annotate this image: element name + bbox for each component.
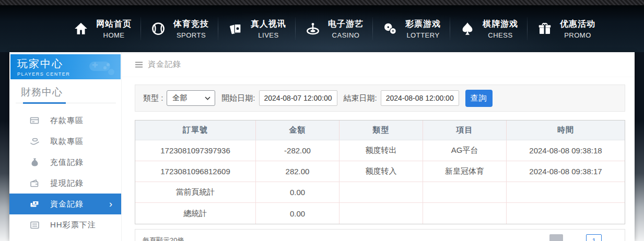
cell-order-no: 1723081097397936 xyxy=(135,140,256,161)
nav-label-zh: 网站首页 xyxy=(96,19,132,30)
cell-order-no: 1723081096812609 xyxy=(135,161,256,182)
cell-type: 额度转入 xyxy=(339,161,423,182)
nav-label-en: LIVES xyxy=(258,31,278,39)
sidebar-item-deposit[interactable]: 存款專區 xyxy=(9,110,121,131)
cell-amount: 282.00 xyxy=(256,161,339,182)
start-date-input[interactable] xyxy=(259,90,337,106)
nav-label-en: CHESS xyxy=(488,31,512,39)
sidebar-item-label: 取款專區 xyxy=(50,137,84,147)
page-size-text: 每頁顯示20條 xyxy=(143,236,184,241)
roulette-icon xyxy=(305,20,321,37)
table-row: 1723081096812609 282.00 额度转入 新皇冠体育 2024-… xyxy=(135,161,625,182)
nav-item-casino[interactable]: 电子游艺 CASINO xyxy=(296,15,372,42)
pagination-bar: 每頁顯示20條 1 xyxy=(135,229,625,241)
sidebar-item-label: HH彩票下注 xyxy=(50,220,96,230)
cell-amount: -282.00 xyxy=(256,140,339,161)
col-header-item: 項目 xyxy=(423,121,507,140)
end-date-input[interactable] xyxy=(381,90,459,106)
sidebar-item-label: 充值記錄 xyxy=(50,158,84,167)
deposit-icon xyxy=(29,115,40,126)
nav-label-en: PROMO xyxy=(564,31,591,39)
table-header-row: 訂單號 金額 類型 項目 時間 xyxy=(135,121,625,140)
col-header-amount: 金額 xyxy=(256,121,339,140)
cell-item: AG平台 xyxy=(423,140,507,161)
nav-label-en: SPORTS xyxy=(177,31,206,39)
breadcrumb: 資金記錄 xyxy=(122,52,635,77)
sidebar-item-hh-lottery-bets[interactable]: HH彩票下注 xyxy=(9,214,121,235)
lottery-balls-icon xyxy=(382,20,399,37)
sidebar-item-cashout[interactable]: 提現記錄 xyxy=(9,173,121,194)
type-select[interactable]: 全部 xyxy=(167,90,215,106)
sidebar-menu: 存款專區 取款專區 充值記錄 xyxy=(9,110,121,241)
sidebar: 玩家中心 PLAYERS CENTER 財務中心 xyxy=(9,52,122,241)
type-label: 類型 : xyxy=(143,93,163,103)
search-button[interactable]: 查詢 xyxy=(465,90,493,107)
nav-label-zh: 彩票游戏 xyxy=(405,19,441,30)
withdraw-icon xyxy=(29,136,40,147)
table-row-grand-total: 總統計 0.00 xyxy=(135,203,625,224)
sidebar-item-label: 存款專區 xyxy=(50,116,84,126)
funds-table: 訂單號 金額 類型 項目 時間 1723081097397936 -282.00… xyxy=(135,120,625,224)
chevron-down-icon xyxy=(205,97,210,100)
col-header-order-no: 訂單號 xyxy=(135,121,256,140)
nav-label-zh: 真人视讯 xyxy=(251,19,286,30)
lottery-bet-icon xyxy=(29,220,40,230)
sidebar-item-label: 提現記錄 xyxy=(50,178,84,188)
sidebar-item-withdraw[interactable]: 取款專區 xyxy=(9,131,121,152)
nav-label-zh: 优惠活动 xyxy=(560,19,595,30)
sidebar-item-funds[interactable]: 資金記錄 › xyxy=(9,194,121,214)
nav-item-sports[interactable]: 体育竞技 SPORTS xyxy=(141,15,218,42)
sidebar-item-royal-bet-records[interactable]: 皇家投註記錄 xyxy=(9,235,121,241)
nav-item-lives[interactable]: 真人视讯 LIVES xyxy=(218,15,295,42)
nav-label-en: CASINO xyxy=(332,31,360,39)
main-nav: 网站首页 HOME 体育竞技 SPORTS xyxy=(0,5,644,52)
cell-amount: 0.00 xyxy=(256,182,339,202)
sidebar-item-recharge[interactable]: 充值記錄 xyxy=(9,152,121,173)
table-row-page-total: 當前頁統計 0.00 xyxy=(135,182,625,203)
sidebar-item-label: 資金記錄 xyxy=(50,199,84,209)
top-texture-strip xyxy=(0,0,644,5)
nav-item-home[interactable]: 网站首页 HOME xyxy=(64,15,140,42)
cashout-icon xyxy=(29,178,40,188)
nav-item-promo[interactable]: 优惠活动 PROMO xyxy=(528,15,604,42)
type-select-value: 全部 xyxy=(172,93,187,103)
gift-icon xyxy=(536,20,553,37)
content-panel: 玩家中心 PLAYERS CENTER 財務中心 xyxy=(9,52,635,241)
current-page-button[interactable]: 1 xyxy=(586,234,602,241)
sidebar-header: 玩家中心 PLAYERS CENTER xyxy=(10,54,121,79)
page-title: 資金記錄 xyxy=(148,59,181,69)
pager: 1 xyxy=(549,234,602,241)
funds-icon xyxy=(29,199,40,209)
playing-cards-icon xyxy=(227,20,244,37)
table-row: 1723081097397936 -282.00 额度转出 AG平台 2024-… xyxy=(135,140,625,161)
nav-label-zh: 棋牌游戏 xyxy=(483,19,518,30)
nav-label-en: HOME xyxy=(103,31,125,39)
nav-items: 网站首页 HOME 体育竞技 SPORTS xyxy=(64,5,604,52)
prev-page-button[interactable] xyxy=(549,234,563,241)
cell-item: 新皇冠体育 xyxy=(423,161,507,182)
home-icon xyxy=(73,20,89,37)
chevron-right-icon: › xyxy=(109,199,113,209)
end-date-label: 結束日期: xyxy=(344,93,377,103)
main-content: 資金記錄 類型 : 全部 開始日期: 結束日期: 查詢 訂單號 金額 類型 項目… xyxy=(122,52,635,241)
start-date-label: 開始日期: xyxy=(221,93,255,103)
nav-label-zh: 体育竞技 xyxy=(173,19,209,30)
col-header-type: 類型 xyxy=(339,121,423,140)
finance-center-heading: 財務中心 xyxy=(21,86,121,99)
cell-time: 2024-08-08 09:38:18 xyxy=(507,140,625,161)
sports-ball-icon xyxy=(150,20,167,37)
gamepad-icon xyxy=(85,56,116,77)
nav-label-en: LOTTERY xyxy=(406,31,439,39)
spade-icon xyxy=(459,20,476,37)
filter-bar: 類型 : 全部 開始日期: 結束日期: 查詢 xyxy=(135,85,625,112)
col-header-time: 時間 xyxy=(507,121,625,140)
section-divider xyxy=(16,102,116,104)
cell-label: 總統計 xyxy=(135,203,256,224)
nav-item-lottery[interactable]: 彩票游戏 LOTTERY xyxy=(373,15,450,42)
nav-item-chess[interactable]: 棋牌游戏 CHESS xyxy=(450,15,527,42)
menu-lines-icon xyxy=(135,61,143,68)
cell-label: 當前頁統計 xyxy=(135,182,256,202)
cell-type: 额度转出 xyxy=(339,140,423,161)
cell-time: 2024-08-08 09:38:17 xyxy=(507,161,625,182)
nav-label-zh: 电子游艺 xyxy=(328,19,364,30)
